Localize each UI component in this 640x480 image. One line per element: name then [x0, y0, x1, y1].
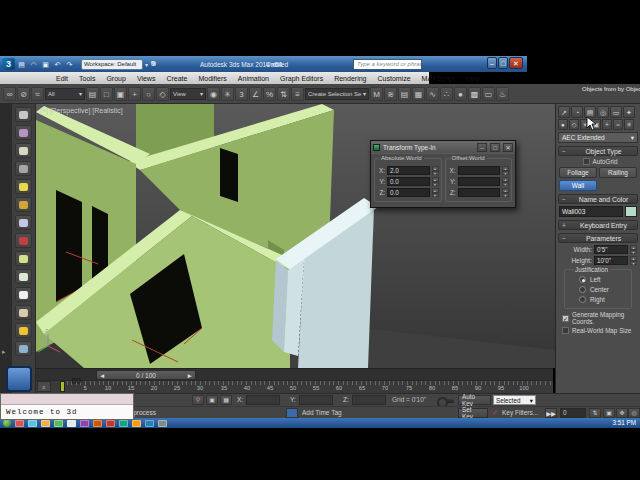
- curve-editor-icon[interactable]: ∿: [426, 87, 439, 101]
- cone-icon[interactable]: [15, 305, 32, 320]
- welcome-overlay-window[interactable]: Welcome to 3d: [0, 393, 134, 420]
- modify-tab-icon[interactable]: ◔: [571, 106, 583, 118]
- lightbulb-icon[interactable]: [15, 179, 32, 194]
- dialog-minimize-button[interactable]: –: [477, 143, 487, 152]
- minimize-button[interactable]: –: [487, 57, 497, 69]
- taskbar-app-icon[interactable]: [106, 420, 115, 427]
- rain-icon[interactable]: [15, 341, 32, 356]
- menu-item[interactable]: Views: [137, 75, 156, 82]
- frame-spinner[interactable]: ⇅: [589, 408, 601, 418]
- menu-item[interactable]: Customize: [377, 75, 410, 82]
- object-type-rollout-header[interactable]: −Object Type: [558, 146, 638, 156]
- menu-item[interactable]: Group: [106, 75, 125, 82]
- undo-icon[interactable]: ↶: [52, 59, 63, 70]
- taskbar-app-icon[interactable]: [54, 420, 63, 427]
- selection-set-key-dropdown[interactable]: Selected▾: [493, 395, 536, 405]
- absolute-spinner[interactable]: ▴▾: [432, 188, 439, 197]
- close-button[interactable]: ✕: [509, 57, 523, 69]
- foliage-button[interactable]: Foliage: [559, 167, 597, 178]
- pan-hand-icon[interactable]: ✥: [616, 408, 628, 418]
- next-frame-arrow[interactable]: ►: [187, 372, 193, 379]
- use-pivot-point-center-icon[interactable]: ◉: [207, 87, 220, 101]
- help-icon[interactable]: ?: [148, 58, 159, 69]
- schematic-view-icon[interactable]: ∴: [440, 87, 453, 101]
- offset-value-field[interactable]: [458, 177, 501, 186]
- layer-manager-icon[interactable]: ▤: [398, 87, 411, 101]
- sphere-white-icon[interactable]: [15, 287, 32, 302]
- set-key-button[interactable]: Set Key: [458, 408, 488, 418]
- select-and-move-icon[interactable]: +: [128, 87, 141, 101]
- select-by-name-icon[interactable]: ▤: [86, 87, 99, 101]
- new-scene-icon[interactable]: ▤: [16, 59, 27, 70]
- time-slider-handle[interactable]: ◄ 0 / 100 ►: [96, 370, 196, 380]
- orbit-icon[interactable]: ◎: [628, 408, 640, 418]
- track-bar[interactable]: 5101520253035404550556065707580859095100: [36, 380, 553, 393]
- search-input[interactable]: Type a keyword or phrase: [353, 59, 422, 70]
- taskbar-app-icon[interactable]: [119, 420, 128, 427]
- material-editor-icon[interactable]: ●: [454, 87, 467, 101]
- dialog-close-button[interactable]: ✕: [503, 143, 513, 152]
- selection-lock-icon[interactable]: ▣: [206, 395, 218, 405]
- set-key-mode-icon[interactable]: ✓: [492, 409, 498, 417]
- menu-item[interactable]: Graph Editors: [280, 75, 323, 82]
- named-selection-sets-dropdown[interactable]: Create Selection Se▾: [305, 88, 369, 100]
- key-filters-button[interactable]: Key Filters...: [502, 409, 538, 416]
- menu-item[interactable]: Modifiers: [198, 75, 226, 82]
- justification-center-radio[interactable]: [579, 286, 586, 293]
- offset-spinner[interactable]: ▴▾: [502, 166, 509, 175]
- absolute-value-field[interactable]: 0.0: [387, 188, 430, 197]
- bind-to-space-warp-icon[interactable]: ≈: [31, 87, 44, 101]
- viewport-label[interactable]: [+] [Perspective] [Realistic]: [40, 107, 123, 115]
- taskbar-app-icon[interactable]: [132, 420, 141, 427]
- sun-icon[interactable]: [15, 197, 32, 212]
- maximize-button[interactable]: □: [498, 57, 508, 69]
- menu-item[interactable]: MAXScript: [422, 75, 455, 82]
- reference-coordinate-system-dropdown[interactable]: View▾: [170, 88, 206, 100]
- x-coordinate-field[interactable]: [246, 395, 280, 405]
- graphite-ribbon-icon[interactable]: ▦: [412, 87, 425, 101]
- box-icon[interactable]: [15, 251, 32, 266]
- height-spinner[interactable]: ▴▾: [630, 256, 637, 265]
- menu-item[interactable]: Help: [466, 75, 480, 82]
- select-and-rotate-icon[interactable]: ○: [142, 87, 155, 101]
- mirror-icon[interactable]: M: [370, 87, 383, 101]
- offset-value-field[interactable]: [458, 188, 501, 197]
- sun-yellow-icon[interactable]: [15, 323, 32, 338]
- coordinate-display-mode-icon[interactable]: ▦: [220, 395, 232, 405]
- absolute-spinner[interactable]: ▴▾: [432, 177, 439, 186]
- z-coordinate-field[interactable]: [352, 395, 386, 405]
- transform-type-in-dialog[interactable]: Transform Type-In – □ ✕ Absolute:World X…: [370, 140, 516, 208]
- taskbar-app-icon[interactable]: [158, 420, 167, 427]
- start-button[interactable]: [3, 419, 11, 427]
- y-coordinate-field[interactable]: [299, 395, 333, 405]
- helpers-category-icon[interactable]: +: [602, 119, 612, 130]
- angle-snap-toggle-icon[interactable]: ∠: [249, 87, 262, 101]
- select-and-scale-icon[interactable]: ◇: [156, 87, 169, 101]
- notes-icon[interactable]: [15, 143, 32, 158]
- overlapping-window-icon[interactable]: [6, 366, 32, 392]
- offset-spinner[interactable]: ▴▾: [502, 177, 509, 186]
- add-time-tag[interactable]: Add Time Tag: [302, 409, 342, 416]
- go-to-end-button[interactable]: ▶▶: [545, 408, 557, 418]
- generate-mapping-coords-checkbox[interactable]: ✓: [562, 315, 569, 322]
- spinner-snap-toggle-icon[interactable]: ⇅: [277, 87, 290, 101]
- dialog-maximize-button[interactable]: □: [490, 143, 500, 152]
- subcategory-dropdown[interactable]: AEC Extended▾: [558, 132, 638, 143]
- menu-item[interactable]: Animation: [238, 75, 269, 82]
- select-and-manipulate-icon[interactable]: ✳: [221, 87, 234, 101]
- open-mini-curve-editor-button[interactable]: ≡: [37, 381, 51, 392]
- name-and-color-rollout-header[interactable]: −Name and Color: [558, 194, 638, 204]
- width-spinner[interactable]: ▴▾: [630, 245, 637, 254]
- offset-value-field[interactable]: [458, 166, 501, 175]
- justification-right-radio[interactable]: [579, 296, 586, 303]
- time-slider-track[interactable]: ◄ 0 / 100 ►: [36, 368, 553, 380]
- autogrid-checkbox[interactable]: [583, 158, 590, 165]
- layout-tab-arrow-icon[interactable]: ▸: [2, 348, 6, 356]
- shapes-category-icon[interactable]: ◇: [569, 119, 579, 130]
- space-warps-category-icon[interactable]: ≈: [613, 119, 623, 130]
- taskbar-app-icon[interactable]: [15, 420, 24, 427]
- taskbar-app-icon[interactable]: [145, 420, 154, 427]
- menu-item[interactable]: Tools: [79, 75, 95, 82]
- object-color-swatch[interactable]: [625, 206, 637, 217]
- edit-named-selection-sets-icon[interactable]: ≡: [291, 87, 304, 101]
